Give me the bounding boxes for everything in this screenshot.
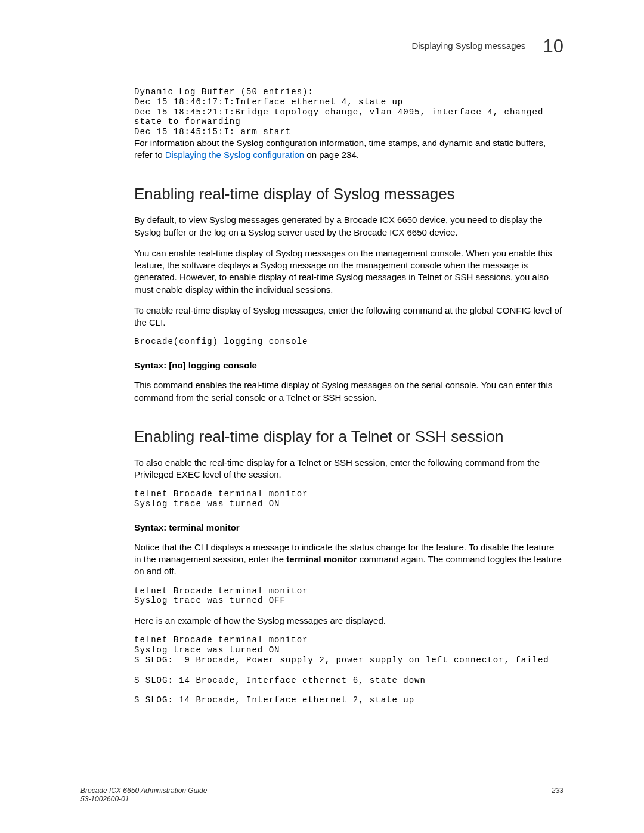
section2-syntax1: Syntax: terminal monitor: [134, 522, 564, 532]
page-footer: Brocade ICX 6650 Administration Guide 53…: [80, 786, 564, 803]
section1-cmd1: Brocade(config) logging console: [134, 337, 564, 347]
section1-p2: You can enable real-time display of Sysl…: [134, 247, 564, 296]
section2-p3: Here is an example of how the Syslog mes…: [134, 615, 564, 627]
footer-docnum: 53-1002600-01: [80, 795, 207, 803]
section1-p4: This command enables the real-time displ…: [134, 379, 564, 404]
section2-cmd3: telnet Brocade terminal monitor Syslog t…: [134, 635, 564, 705]
section2-p2-bold: terminal monitor: [286, 554, 357, 564]
intro-text-b: on page 234.: [304, 150, 359, 160]
intro-paragraph: For information about the Syslog configu…: [134, 137, 564, 162]
header-title: Displaying Syslog messages: [411, 41, 525, 51]
section2-p1: To also enable the real-time display for…: [134, 457, 564, 481]
section1-p1: By default, to view Syslog messages gene…: [134, 214, 564, 239]
syslog-config-link[interactable]: Displaying the Syslog configuration: [165, 150, 304, 160]
section2-p2: Notice that the CLI displays a message t…: [134, 541, 564, 578]
page-header: Displaying Syslog messages 10: [134, 36, 564, 57]
section2-cmd2: telnet Brocade terminal monitor Syslog t…: [134, 586, 564, 606]
chapter-number: 10: [543, 36, 564, 57]
footer-page: 233: [552, 786, 564, 795]
intro-log-output: Dynamic Log Buffer (50 entries): Dec 15 …: [134, 87, 564, 137]
section1-heading: Enabling real-time display of Syslog mes…: [134, 185, 564, 203]
footer-guide: Brocade ICX 6650 Administration Guide: [80, 786, 207, 795]
section2-heading: Enabling real-time display for a Telnet …: [134, 428, 564, 446]
section1-p3: To enable real-time display of Syslog me…: [134, 305, 564, 329]
section2-cmd1: telnet Brocade terminal monitor Syslog t…: [134, 489, 564, 509]
section1-syntax1: Syntax: [no] logging console: [134, 360, 564, 370]
